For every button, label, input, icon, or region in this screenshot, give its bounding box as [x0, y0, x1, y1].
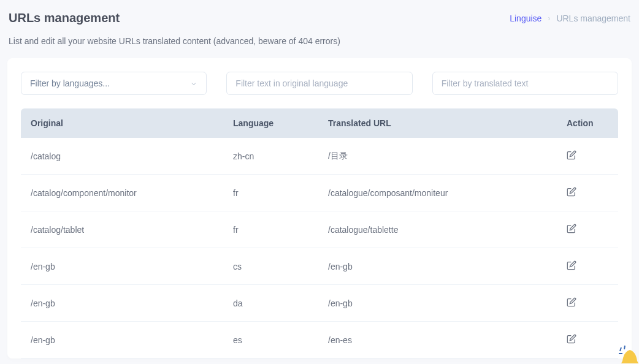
cell-original: /en-gb	[21, 285, 223, 322]
table-row: /en-gb es /en-es	[21, 322, 618, 358]
cell-translated: /catalogue/composant/moniteur	[318, 175, 557, 211]
cell-language: cs	[223, 248, 318, 285]
cell-original: /catalog/tablet	[21, 211, 223, 248]
breadcrumb-root-link[interactable]: Linguise	[510, 13, 541, 23]
col-header-language: Language	[223, 108, 318, 138]
page-title: URLs management	[9, 11, 120, 25]
cell-original: /catalog	[21, 138, 223, 175]
chevron-right-icon: ›	[548, 14, 550, 23]
edit-icon[interactable]	[567, 334, 576, 344]
cell-language: da	[223, 285, 318, 322]
chevron-down-icon	[190, 80, 197, 87]
cell-language: fr	[223, 175, 318, 211]
table-row: /catalog zh-cn /目录	[21, 138, 618, 175]
cell-action	[557, 248, 618, 285]
edit-icon[interactable]	[567, 297, 576, 307]
col-header-translated: Translated URL	[318, 108, 557, 138]
edit-icon[interactable]	[567, 150, 576, 160]
cell-language: zh-cn	[223, 138, 318, 175]
edit-icon[interactable]	[567, 224, 576, 233]
urls-table: Original Language Translated URL Action …	[21, 108, 618, 358]
filter-translated-input[interactable]	[432, 72, 618, 95]
table-row: /catalog/component/monitor fr /catalogue…	[21, 175, 618, 211]
cell-translated: /en-gb	[318, 248, 557, 285]
cell-translated: /en-es	[318, 322, 557, 358]
table-body: /catalog zh-cn /目录 /catalog/component/mo…	[21, 138, 618, 358]
table-header-row: Original Language Translated URL Action	[21, 108, 618, 138]
cell-action	[557, 322, 618, 358]
table-row: /catalog/tablet fr /catalogue/tablette	[21, 211, 618, 248]
main-card: Filter by languages... Original Language…	[7, 58, 632, 358]
cell-translated: /catalogue/tablette	[318, 211, 557, 248]
filters-row: Filter by languages...	[7, 72, 632, 95]
filter-language-select[interactable]: Filter by languages...	[21, 72, 207, 95]
cell-original: /catalog/component/monitor	[21, 175, 223, 211]
cell-translated: /en-gb	[318, 285, 557, 322]
breadcrumb: Linguise › URLs management	[510, 13, 630, 23]
page-subtitle: List and edit all your website URLs tran…	[0, 29, 639, 58]
filter-original-input[interactable]	[226, 72, 412, 95]
page-header: URLs management Linguise › URLs manageme…	[0, 0, 639, 29]
cell-action	[557, 211, 618, 248]
col-header-action: Action	[557, 108, 618, 138]
cell-action	[557, 175, 618, 211]
edit-icon[interactable]	[567, 187, 576, 197]
cell-original: /en-gb	[21, 322, 223, 358]
table-row: /en-gb da /en-gb	[21, 285, 618, 322]
cell-translated: /目录	[318, 138, 557, 175]
filter-language-placeholder: Filter by languages...	[30, 78, 110, 88]
breadcrumb-current: URLs management	[556, 13, 630, 23]
cell-original: /en-gb	[21, 248, 223, 285]
table-row: /en-gb cs /en-gb	[21, 248, 618, 285]
cell-language: es	[223, 322, 318, 358]
col-header-original: Original	[21, 108, 223, 138]
cell-action	[557, 138, 618, 175]
cell-action	[557, 285, 618, 322]
cell-language: fr	[223, 211, 318, 248]
edit-icon[interactable]	[567, 260, 576, 270]
